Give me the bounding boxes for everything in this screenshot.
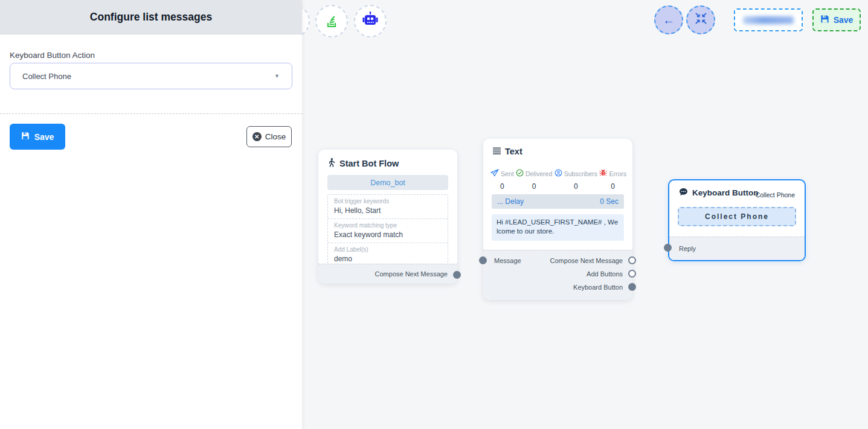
start-bot-flow-node[interactable]: Start Bot Flow Demo_bot Bot trigger keyw… — [318, 150, 457, 284]
start-output-label: Compose Next Message — [375, 270, 448, 278]
stat-value: 0 — [500, 182, 504, 191]
flow-save-label: Save — [834, 15, 854, 25]
flow-save-button[interactable]: Save — [812, 8, 861, 31]
field-label: Add Label(s) — [334, 246, 442, 253]
field-label: Bot trigger keywords — [334, 198, 442, 205]
walking-person-icon — [328, 158, 335, 169]
stat-delivered: Delivered 0 — [516, 169, 552, 191]
panel-save-button[interactable]: Save — [10, 124, 65, 150]
collect-phone-button[interactable]: Collect Phone — [678, 207, 796, 226]
configure-panel: Configure list messages Keyboard Button … — [0, 0, 302, 429]
stack-icon — [323, 11, 340, 31]
close-icon: ✕ — [252, 132, 262, 141]
keyboard-node-title: Keyboard Button — [692, 188, 759, 197]
send-icon — [490, 169, 499, 178]
text-node[interactable]: Text Sent 0 — [483, 139, 632, 300]
delay-label: ... Delay — [497, 197, 524, 206]
robot-icon — [362, 11, 379, 31]
chevron-down-icon: ▼ — [274, 73, 280, 79]
port-text-message-input[interactable] — [479, 256, 487, 264]
stat-value: 0 — [611, 182, 615, 191]
panel-divider — [0, 113, 302, 114]
port-start-compose-next-message[interactable] — [453, 271, 461, 279]
toolbar-stack-button[interactable] — [315, 5, 348, 37]
port-text-compose-next-message[interactable] — [628, 256, 636, 264]
field-row: Keyword matching type Exact keyword matc… — [328, 219, 448, 243]
text-output-label: Add Buttons — [587, 270, 623, 278]
speech-bubble-icon — [679, 188, 688, 198]
toolbar-bot-button[interactable] — [354, 5, 387, 37]
stat-label: Errors — [609, 170, 626, 177]
stat-label: Sent — [501, 170, 514, 177]
subscriber-icon — [555, 169, 562, 178]
text-input-label: Message — [494, 257, 521, 264]
check-circle-icon — [516, 169, 524, 178]
text-node-stats: Sent 0 Delivered 0 — [490, 169, 626, 191]
keyboard-node-footer: Reply — [669, 237, 805, 260]
keyboard-button-node[interactable]: Keyboard Button Collect Phone Collect Ph… — [668, 179, 806, 261]
delay-value: 0 Sec — [600, 197, 619, 206]
stat-errors: Errors 0 — [599, 169, 626, 191]
fit-view-button[interactable] — [686, 5, 715, 34]
stat-subscribers: Subscribers 0 — [555, 169, 597, 191]
back-arrow-icon: ← — [663, 13, 675, 27]
panel-save-label: Save — [34, 132, 54, 142]
reply-input-label: Reply — [679, 245, 696, 252]
start-node-footer: Compose Next Message — [318, 264, 457, 284]
text-output-label: Keyboard Button — [573, 284, 623, 291]
text-output-label: Compose Next Message — [550, 257, 623, 264]
redacted-button[interactable] — [734, 8, 803, 31]
panel-close-button[interactable]: ✕ Close — [246, 126, 292, 147]
selected-option: Collect Phone — [22, 72, 71, 81]
save-icon — [21, 132, 30, 142]
stat-label: Delivered — [526, 170, 552, 177]
save-icon — [820, 14, 829, 25]
field-row: Bot trigger keywords Hi, Hello, Start — [328, 195, 448, 219]
keyboard-action-select[interactable]: Collect Phone ▼ — [10, 63, 292, 89]
collect-phone-label: Collect Phone — [705, 212, 769, 221]
port-text-add-buttons[interactable] — [628, 270, 636, 278]
port-text-keyboard-button[interactable] — [628, 283, 636, 291]
message-text[interactable]: Hi #LEAD_USER_FIRST_NAME# , Welcome to o… — [492, 214, 624, 241]
stat-value: 0 — [574, 182, 578, 191]
field-value: Exact keyword match — [334, 230, 442, 239]
panel-header: Configure list messages — [0, 0, 302, 34]
stat-sent: Sent 0 — [490, 169, 514, 191]
field-value: Hi, Hello, Start — [334, 206, 442, 215]
field-label: Keyword matching type — [334, 222, 442, 229]
bot-name-button[interactable]: Demo_bot — [327, 175, 448, 190]
stat-value: 0 — [532, 182, 536, 191]
panel-title: Configure list messages — [90, 11, 212, 24]
keyboard-action-field-label: Keyboard Button Action — [10, 51, 95, 60]
blurred-label — [743, 16, 794, 24]
stat-label: Subscribers — [564, 170, 597, 177]
port-keyboard-reply-input[interactable] — [664, 244, 672, 252]
start-node-title: Start Bot Flow — [339, 159, 399, 168]
delay-setting[interactable]: ... Delay 0 Sec — [492, 194, 624, 209]
panel-close-label: Close — [265, 132, 286, 141]
text-node-footer: Message Compose Next Message Add Buttons… — [483, 250, 632, 300]
text-node-title: Text — [505, 147, 522, 156]
field-value: demo — [334, 255, 442, 263]
menu-lines-icon — [493, 147, 501, 156]
back-button[interactable]: ← — [654, 5, 683, 34]
start-node-fields: Bot trigger keywords Hi, Hello, Start Ke… — [327, 194, 448, 267]
keyboard-action-label: Collect Phone — [756, 191, 795, 199]
flow-builder-app: ← — [0, 0, 868, 429]
compress-icon — [695, 13, 707, 27]
bug-icon — [599, 169, 607, 178]
bot-name-label: Demo_bot — [370, 179, 405, 187]
